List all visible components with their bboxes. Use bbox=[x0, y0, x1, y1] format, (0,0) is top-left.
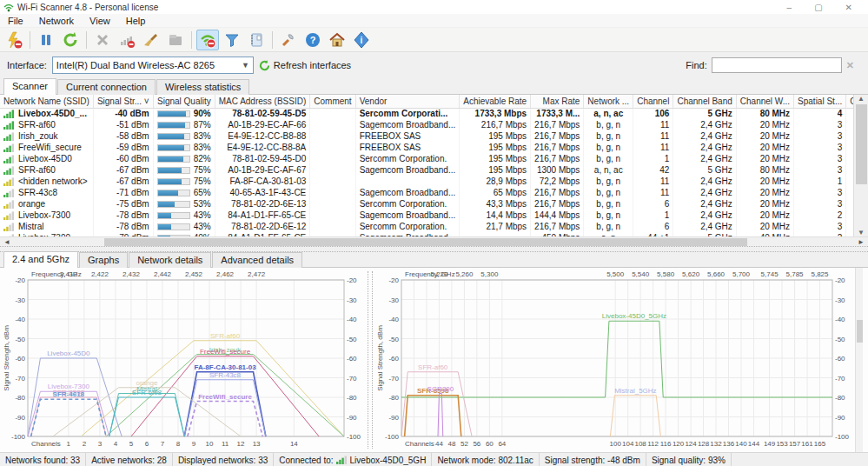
minimize-button[interactable]: – bbox=[787, 3, 792, 12]
tab-current-connection[interactable]: Current connection bbox=[57, 79, 156, 95]
column-header-mac[interactable]: MAC Address (BSSID) bbox=[215, 95, 310, 108]
chart-divider[interactable] bbox=[368, 271, 373, 449]
series-label: SFR-43c8 bbox=[209, 371, 242, 379]
cell-achievable: 195 Mbps bbox=[460, 153, 531, 164]
interface-select[interactable]: Intel(R) Dual Band Wireless-AC 8265 ▼ bbox=[52, 57, 254, 74]
about-button[interactable]: i bbox=[350, 30, 373, 50]
help-button[interactable]: ? bbox=[301, 30, 324, 50]
status-bar: Networks found: 33Active networks: 28Dis… bbox=[0, 452, 868, 466]
scroll-left-icon[interactable]: ◄ bbox=[0, 238, 14, 246]
column-header-comment[interactable]: Comment bbox=[310, 95, 355, 108]
menu-help[interactable]: Help bbox=[118, 15, 154, 27]
maximize-button[interactable]: ▢ bbox=[814, 3, 822, 12]
stop-scan-icon bbox=[199, 31, 216, 49]
signal-quality-value: 43% bbox=[194, 222, 211, 231]
chart-2-4ghz: SFR-af60Irish_zoukFreeWifi_secureLivebox… bbox=[2, 269, 367, 449]
scroll-right-icon[interactable]: ► bbox=[854, 238, 868, 246]
pause-button[interactable] bbox=[35, 30, 57, 50]
network-table: Network Name (SSID)Signal Str... ˅Signal… bbox=[0, 95, 853, 236]
column-header-spatial[interactable]: Spatial St... bbox=[794, 95, 846, 108]
clear-button[interactable] bbox=[140, 30, 162, 50]
signal-quality-bar bbox=[157, 178, 190, 185]
cell-name: FreeWifi_secure bbox=[0, 142, 93, 153]
cell-achievable: 216,7 Mbps bbox=[460, 119, 531, 130]
tab-2-4-and-5ghz[interactable]: 2.4 and 5Ghz bbox=[3, 251, 78, 268]
network-row[interactable]: Mistral-78 dBm43%78-81-02-2D-6E-12Sercom… bbox=[0, 221, 853, 232]
network-row[interactable]: Livebox-45D0-60 dBm82%78-81-02-59-45-D0S… bbox=[0, 153, 853, 164]
delete-button[interactable] bbox=[91, 30, 114, 50]
column-header-name[interactable]: Network Name (SSID) bbox=[0, 95, 93, 108]
network-row[interactable]: Livebox-45D0_...-40 dBm90%78-81-02-59-45… bbox=[0, 108, 853, 119]
vertical-scroll-thumb[interactable] bbox=[856, 104, 867, 184]
scroll-down-icon[interactable]: ▼ bbox=[858, 229, 865, 236]
panel-splitter[interactable] bbox=[0, 246, 868, 252]
cell-width: 20 MHz bbox=[736, 176, 793, 187]
cell-vendor: Sercomm Corporation. bbox=[355, 153, 460, 164]
menu-file[interactable]: File bbox=[0, 15, 31, 27]
horizontal-scroll-thumb[interactable] bbox=[104, 238, 747, 246]
column-header-channel[interactable]: Channel bbox=[633, 95, 673, 108]
column-header-network[interactable]: Network ... bbox=[584, 95, 633, 108]
disconnect-button[interactable] bbox=[3, 30, 25, 50]
filter-button[interactable] bbox=[221, 30, 243, 50]
network-row[interactable]: Irish_zouk-58 dBm83%E4-9E-12-CC-B8-88FRE… bbox=[0, 130, 853, 142]
network-row[interactable]: Livebox-7300-78 dBm43%84-A1-D1-FF-65-CES… bbox=[0, 210, 853, 221]
toolbar-separator bbox=[86, 31, 87, 49]
channel-tick: 7 bbox=[161, 440, 165, 448]
menu-network[interactable]: Network bbox=[31, 15, 82, 27]
find-clear-icon[interactable]: ✕ bbox=[846, 60, 854, 71]
cell-mac: E4-9E-12-CC-B8-88 bbox=[215, 130, 310, 142]
signal-quality-bar bbox=[157, 144, 190, 151]
tab-wireless-statistics[interactable]: Wireless statistics bbox=[156, 79, 249, 95]
network-row[interactable]: <hidden network>-67 dBm75%FA-8F-CA-30-81… bbox=[0, 176, 853, 187]
network-row[interactable]: orange-75 dBm53%78-81-02-2D-6E-13Sercomm… bbox=[0, 198, 853, 210]
refresh-interfaces-button[interactable]: Refresh interfaces bbox=[259, 60, 351, 71]
rescan-button[interactable] bbox=[59, 30, 82, 50]
series-label: SFR-4618 bbox=[53, 390, 85, 398]
network-row[interactable]: SFR-af60-67 dBm75%A0-1B-29-EC-AF-67Sagem… bbox=[0, 164, 853, 176]
column-header-band[interactable]: Channel Band bbox=[673, 95, 736, 108]
cell-util: 3% bbox=[846, 108, 853, 119]
archive-button[interactable] bbox=[164, 30, 187, 50]
cell-vendor: Sagemcom Broadband... bbox=[355, 119, 460, 130]
tab-network-details[interactable]: Network details bbox=[129, 252, 211, 268]
column-header-signal[interactable]: Signal Str... ˅ bbox=[93, 95, 153, 108]
home-button[interactable] bbox=[326, 30, 348, 50]
charts-vertical-scrollbar[interactable] bbox=[855, 268, 863, 452]
network-name: Livebox-45D0 bbox=[18, 154, 72, 163]
y-tick: -50 bbox=[15, 336, 25, 343]
network-row[interactable]: SFR-af60-51 dBm87%A0-1B-29-EC-AF-66Sagem… bbox=[0, 119, 853, 130]
tab-graphs[interactable]: Graphs bbox=[79, 252, 128, 268]
channel-tick: 116 bbox=[660, 440, 672, 448]
column-header-max[interactable]: Max Rate bbox=[531, 95, 584, 108]
cell-comment bbox=[310, 198, 355, 210]
tab-scanner[interactable]: Scanner bbox=[3, 78, 56, 95]
tab-advanced-details[interactable]: Advanced details bbox=[212, 252, 302, 268]
column-header-width[interactable]: Channel W... bbox=[736, 95, 793, 108]
stop-scan-button[interactable] bbox=[196, 30, 219, 50]
cell-util bbox=[846, 210, 853, 221]
cell-quality: 90% bbox=[153, 108, 215, 119]
column-header-quality[interactable]: Signal Quality bbox=[153, 95, 215, 108]
cell-channel: 11 bbox=[633, 187, 673, 198]
table-vertical-scrollbar[interactable]: ▲ ▼ bbox=[853, 95, 868, 236]
network-row[interactable]: Livebox-7300-79 dBm40%84-A1-D1-FF-65-CES… bbox=[0, 232, 853, 236]
column-header-achievable[interactable]: Achievable Rate bbox=[460, 95, 531, 108]
scroll-up-icon[interactable]: ▲ bbox=[858, 95, 865, 103]
menu-view[interactable]: View bbox=[82, 15, 118, 27]
column-header-vendor[interactable]: Vendor bbox=[355, 95, 460, 108]
network-row[interactable]: FreeWifi_secure-59 dBm83%E4-9E-12-CC-B8-… bbox=[0, 142, 853, 153]
toolbar-separator bbox=[272, 31, 273, 49]
y-tick: -90 bbox=[388, 414, 399, 422]
log-button[interactable] bbox=[245, 30, 268, 50]
settings-button[interactable] bbox=[277, 30, 300, 50]
column-header-util[interactable]: Channel U... bbox=[846, 95, 853, 108]
network-row[interactable]: SFR-43c8-71 dBm65%40-65-A3-1F-43-CESagem… bbox=[0, 187, 853, 198]
settings-icon bbox=[280, 31, 297, 49]
channel-tick: 108 bbox=[634, 440, 646, 448]
find-input[interactable] bbox=[712, 57, 842, 73]
table-horizontal-scrollbar[interactable]: ◄ ► bbox=[0, 236, 868, 246]
remove-inactive-button[interactable] bbox=[116, 30, 138, 50]
close-button[interactable]: ✕ bbox=[845, 3, 852, 12]
channel-tick: 12 bbox=[237, 440, 245, 448]
